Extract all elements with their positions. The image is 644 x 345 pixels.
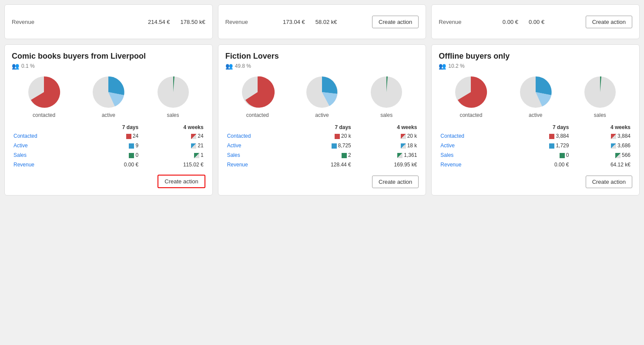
row-label: Sales xyxy=(12,150,86,160)
table-row: Revenue 0.00 € 115.02 € xyxy=(12,160,205,169)
pie-active-1 xyxy=(305,75,339,109)
row-val-4: 24 xyxy=(140,131,205,141)
stats-table-2: 7 days 4 weeks Contacted 3,884 3,884 Act… xyxy=(439,123,632,169)
color-indicator xyxy=(549,143,554,149)
table-row: Active 9 21 xyxy=(12,141,205,150)
chart-active-2: active xyxy=(518,75,553,118)
table-row: Sales 2 1,361 xyxy=(225,150,419,160)
row-label: Sales xyxy=(439,150,510,160)
card-title-2: Offline buyers only xyxy=(439,52,632,61)
top-revenue-values-0: 214.54 € 178.50 k€ xyxy=(148,19,205,25)
row-val-7: 0.00 € xyxy=(86,160,140,169)
card-subtitle-1: 👥 49.8 % xyxy=(225,63,419,70)
color-indicator xyxy=(126,134,131,139)
row-val-7: 0 xyxy=(510,150,571,160)
card-footer-1: Create action xyxy=(225,170,419,188)
pie-sales-1 xyxy=(369,75,404,109)
pie-active-0 xyxy=(91,75,126,109)
stats-header-label-2 xyxy=(439,123,510,131)
chart-label-sales-0: sales xyxy=(167,112,179,118)
chart-sales-0: sales xyxy=(156,75,191,118)
create-action-button-0[interactable]: Create action xyxy=(158,175,205,188)
color-indicator xyxy=(191,134,196,139)
stats-header-7days-2: 7 days xyxy=(510,123,571,131)
color-indicator xyxy=(549,134,554,139)
create-action-button-top-1[interactable]: Create action xyxy=(372,16,419,28)
top-revenue-7days-1: 173.04 € xyxy=(283,19,305,25)
chart-label-sales-1: sales xyxy=(380,112,392,118)
table-row: Sales 0 1 xyxy=(12,150,205,160)
pie-contacted-1 xyxy=(240,75,275,109)
row-val-7: 24 xyxy=(86,131,140,141)
stats-header-4weeks-0: 4 weeks xyxy=(140,123,205,131)
create-action-button-top-2[interactable]: Create action xyxy=(586,16,632,28)
color-indicator xyxy=(401,143,406,149)
chart-contacted-1: contacted xyxy=(240,75,275,118)
top-revenue-label-2: Revenue xyxy=(439,19,461,25)
row-val-7: 9 xyxy=(86,141,140,150)
row-val-4: 18 k xyxy=(353,141,419,150)
top-revenue-values-1: 173.04 € 58.02 k€ xyxy=(283,19,337,25)
top-card-2: Revenue 0.00 € 0.00 € Create action xyxy=(431,4,640,39)
stats-header-label-1 xyxy=(225,123,294,131)
create-action-button-2[interactable]: Create action xyxy=(586,176,632,188)
row-val-4: 3,884 xyxy=(570,131,632,141)
row-val-7: 2 xyxy=(293,150,353,160)
card-title-1: Fiction Lovers xyxy=(225,52,419,61)
color-indicator xyxy=(397,153,402,158)
color-indicator xyxy=(129,143,134,149)
row-val-4: 169.95 k€ xyxy=(353,160,419,169)
chart-label-sales-2: sales xyxy=(594,112,606,118)
segment-card-2: Offline buyers only 👥 10.2 % contacted a… xyxy=(431,44,640,196)
row-val-7: 3,884 xyxy=(510,131,571,141)
table-row: Contacted 24 24 xyxy=(12,131,205,141)
stats-header-4weeks-2: 4 weeks xyxy=(570,123,632,131)
color-indicator xyxy=(335,134,340,139)
table-row: Active 1,729 3,686 xyxy=(439,141,632,150)
row-val-7: 0 xyxy=(86,150,140,160)
card-percent-0: 0.1 % xyxy=(21,63,35,69)
create-action-button-1[interactable]: Create action xyxy=(372,176,419,188)
top-revenue-values-2: 0.00 € 0.00 € xyxy=(503,19,544,25)
top-revenue-4weeks-2: 0.00 € xyxy=(529,19,544,25)
row-label: Contacted xyxy=(12,131,86,141)
color-indicator xyxy=(560,153,565,158)
row-val-7: 0.00 € xyxy=(510,160,571,169)
pie-contacted-0 xyxy=(27,75,61,109)
stats-header-label-0 xyxy=(12,123,86,131)
top-cards-row: Revenue 214.54 € 178.50 k€ Revenue 173.0… xyxy=(4,4,640,39)
row-val-4: 3,686 xyxy=(570,141,632,150)
chart-label-contacted-2: contacted xyxy=(460,112,482,118)
card-footer-2: Create action xyxy=(439,170,632,188)
card-title-0: Comic books buyers from Liverpool xyxy=(12,52,205,61)
chart-label-active-2: active xyxy=(529,112,542,118)
table-row: Contacted 20 k 20 k xyxy=(225,131,419,141)
row-val-4: 64.12 k€ xyxy=(570,160,632,169)
row-val-7: 8,725 xyxy=(293,141,353,150)
row-val-7: 20 k xyxy=(293,131,353,141)
row-label: Active xyxy=(12,141,86,150)
chart-label-active-0: active xyxy=(102,112,115,118)
people-icon-0: 👥 xyxy=(12,63,19,70)
table-row: Contacted 3,884 3,884 xyxy=(439,131,632,141)
top-revenue-4weeks-1: 58.02 k€ xyxy=(315,19,337,25)
row-label: Revenue xyxy=(439,160,510,169)
chart-active-1: active xyxy=(305,75,339,118)
row-val-4: 21 xyxy=(140,141,205,150)
table-row: Active 8,725 18 k xyxy=(225,141,419,150)
color-indicator xyxy=(615,153,621,158)
top-card-0: Revenue 214.54 € 178.50 k€ xyxy=(4,4,213,39)
row-val-7: 128.44 € xyxy=(293,160,353,169)
top-revenue-7days-2: 0.00 € xyxy=(503,19,518,25)
segment-cards-grid: Comic books buyers from Liverpool 👥 0.1 … xyxy=(4,44,640,196)
color-indicator xyxy=(401,134,406,139)
pie-sales-0 xyxy=(156,75,191,109)
table-row: Revenue 0.00 € 64.12 k€ xyxy=(439,160,632,169)
card-percent-2: 10.2 % xyxy=(448,63,464,69)
card-subtitle-0: 👥 0.1 % xyxy=(12,63,205,70)
row-label: Sales xyxy=(225,150,294,160)
row-val-4: 20 k xyxy=(353,131,419,141)
stats-table-0: 7 days 4 weeks Contacted 24 24 Active 9 … xyxy=(12,123,205,169)
row-val-7: 1,729 xyxy=(510,141,571,150)
color-indicator xyxy=(191,143,196,149)
